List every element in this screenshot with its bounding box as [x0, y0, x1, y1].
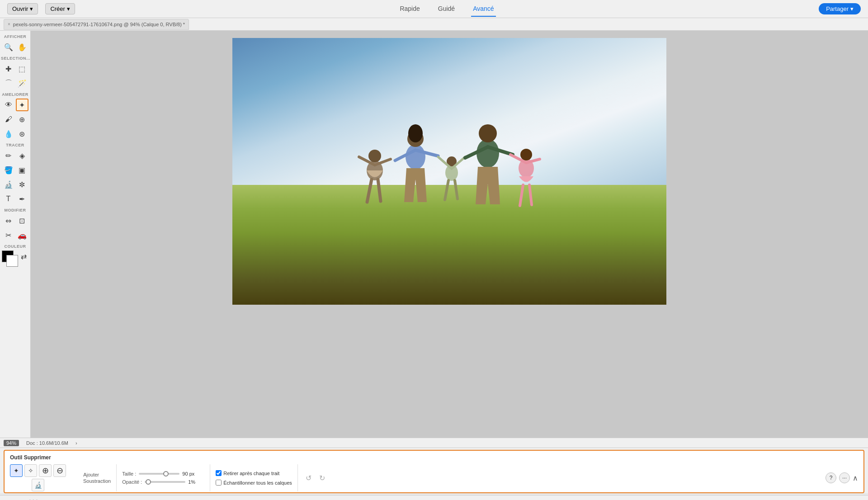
transform-tool[interactable]: ⇔: [2, 214, 15, 227]
create-chevron-icon: ▾: [67, 5, 70, 12]
sample-all-input[interactable]: [216, 480, 222, 486]
afficher-tools: 🔍 ✋: [0, 40, 30, 54]
svg-point-6: [406, 144, 425, 170]
share-button[interactable]: Partager ▾: [819, 3, 861, 14]
help-button[interactable]: ?: [826, 472, 836, 483]
eye-tool[interactable]: 👁: [2, 99, 15, 111]
selection-tools-1: ✚ ⬚: [0, 61, 30, 76]
modifier-tools-2: ✂ 🚗: [0, 228, 30, 242]
opacity-slider[interactable]: [145, 481, 185, 483]
more-button[interactable]: ···: [839, 472, 850, 483]
brush-dropper-icon[interactable]: 🔬: [32, 479, 44, 491]
stamp-tool[interactable]: ⊕: [16, 113, 28, 126]
bottom-ecran-accueil[interactable]: ⌂ Ecran d'accueil: [296, 497, 344, 500]
bottom-organiseur[interactable]: ⬡ Organiseur: [256, 497, 295, 500]
minus-icon[interactable]: ⊖: [53, 464, 66, 477]
remove-after-input[interactable]: [216, 470, 222, 476]
options-area: Outil Supprimer ✦ ✧ ⊕ ⊖ 🔬 Ajouter Soustr…: [0, 448, 868, 493]
bottom-styles[interactable]: ✦ Styles: [766, 498, 790, 500]
tool-options-row1: ✦ ✧ ⊕ ⊖ 🔬 Ajouter Soustraction Taille :: [10, 464, 858, 491]
redo-small-icon[interactable]: ↻: [317, 472, 328, 483]
pencil-tool[interactable]: ✏: [2, 149, 15, 162]
crop-move-tool[interactable]: ⊡: [16, 214, 28, 227]
selection-label: SELECTION...: [0, 54, 30, 61]
tab-rapide[interactable]: Rapide: [398, 1, 421, 17]
top-bar-right: Partager ▾: [819, 3, 861, 14]
lasso-tool[interactable]: ⌒: [2, 77, 15, 90]
tracer-tools-1: ✏ ◈: [0, 148, 30, 163]
divider2: [210, 464, 210, 491]
marquee-tool[interactable]: ⬚: [16, 62, 28, 75]
size-slider-container: Taille : 90 px: [122, 471, 204, 476]
add-circle-icon[interactable]: ⊕: [39, 464, 52, 477]
tracer-tools-4: T ✒: [0, 192, 30, 206]
bottom-calques[interactable]: ◧ Calques: [689, 498, 718, 500]
subtract-label: Soustraction: [83, 478, 111, 484]
svg-point-18: [479, 124, 497, 142]
sample-all-checkbox[interactable]: Échantillonner tous les calques: [216, 480, 292, 486]
family-silhouette: [350, 80, 549, 225]
tab-guide[interactable]: Guidé: [436, 1, 457, 17]
tracer-label: TRACER: [0, 141, 30, 148]
bottom-plus[interactable]: + Plus: [827, 497, 847, 500]
gradient-tool[interactable]: ▣: [16, 164, 28, 176]
bottom-filtres[interactable]: ⊙ Filtres: [741, 498, 766, 500]
bottom-graphiques[interactable]: ✿ Graphiques: [790, 498, 827, 500]
sponge-tool[interactable]: ⊛: [16, 127, 28, 140]
remove-after-checkbox[interactable]: Retirer après chaque trait: [216, 470, 292, 476]
file-tab[interactable]: × pexels-sonny-vermeer-505472791-1761067…: [4, 19, 189, 30]
brush-add-icon[interactable]: ✦: [10, 464, 23, 477]
status-bar: 94% Doc : 10.6M/10.6M ›: [0, 438, 868, 448]
bottom-toolbar: 🖼 Corbeille des photos ☰ Options d'outil…: [0, 495, 868, 500]
star-tool[interactable]: ✼: [16, 178, 28, 191]
selection-tools-2: ⌒ 🪄: [0, 76, 30, 90]
bottom-retablir[interactable]: ↪ Rétablir: [146, 497, 182, 500]
bottom-disposition[interactable]: ⊞ Disposition: [218, 497, 257, 500]
doc-size: Doc : 10.6M/10.6M: [26, 440, 68, 446]
opacity-value: 1%: [188, 479, 204, 485]
pen-tool[interactable]: ✒: [16, 193, 28, 205]
hand-tool[interactable]: ✋: [16, 41, 28, 53]
tab-filename: pexels-sonny-vermeer-505472791-17610674.…: [13, 22, 185, 27]
color-picker-tool[interactable]: 🔬: [2, 178, 15, 191]
modifier-label: MODIFIER: [0, 206, 30, 213]
brush-erase-tool[interactable]: ✦: [16, 99, 28, 111]
tab-close-icon[interactable]: ×: [8, 22, 10, 27]
svg-line-16: [455, 180, 458, 199]
bottom-effets[interactable]: fx Effets: [718, 498, 742, 500]
canvas-area[interactable]: [31, 31, 868, 438]
paint-bucket-tool[interactable]: 🪣: [2, 164, 15, 176]
brush-alt-icon[interactable]: ✧: [24, 464, 37, 477]
bottom-annuler[interactable]: ↩ Annuler: [109, 497, 146, 500]
drop-tool[interactable]: 💧: [2, 127, 15, 140]
left-toolbar: AFFICHER 🔍 ✋ SELECTION... ✚ ⬚ ⌒ 🪄 AMELIO…: [0, 31, 31, 438]
size-slider[interactable]: [139, 473, 179, 475]
status-arrow-icon[interactable]: ›: [75, 440, 77, 446]
tool-options-title: Outil Supprimer: [10, 454, 858, 461]
tab-avance[interactable]: Avancé: [471, 1, 495, 17]
modifier-tools-1: ⇔ ⊡: [0, 213, 30, 228]
color-swatches: ⇄: [0, 250, 30, 268]
clone-tool[interactable]: 🖌: [2, 113, 15, 126]
scissors-tool[interactable]: ✂: [2, 229, 15, 241]
collapse-icon[interactable]: ∧: [853, 474, 858, 482]
bottom-rotation[interactable]: ↻ Rotation: [182, 497, 218, 500]
open-button[interactable]: Ouvrir ▾: [7, 3, 38, 14]
bottom-corbeille[interactable]: 🖼 Corbeille des photos: [4, 497, 63, 500]
open-label: Ouvrir: [12, 5, 28, 12]
zoom-tool[interactable]: 🔍: [2, 41, 15, 53]
add-selection-tool[interactable]: ✚: [2, 62, 15, 75]
svg-point-17: [476, 139, 499, 168]
size-value: 90 px: [182, 471, 198, 476]
undo-small-icon[interactable]: ↺: [303, 472, 314, 483]
create-button[interactable]: Créer ▾: [45, 3, 75, 14]
eraser-tool[interactable]: ◈: [16, 149, 28, 162]
text-tool[interactable]: T: [2, 193, 15, 205]
tool-options-panel: Outil Supprimer ✦ ✧ ⊕ ⊖ 🔬 Ajouter Soustr…: [4, 450, 864, 493]
ameliorer-label: AMELIORER: [0, 90, 30, 98]
bottom-options-outil[interactable]: ☰ Options d'outil: [63, 497, 109, 500]
car-tool[interactable]: 🚗: [16, 229, 28, 241]
swap-colors-icon[interactable]: ⇄: [19, 250, 28, 267]
color-swatch[interactable]: [2, 250, 18, 267]
magic-tool[interactable]: 🪄: [16, 77, 28, 90]
